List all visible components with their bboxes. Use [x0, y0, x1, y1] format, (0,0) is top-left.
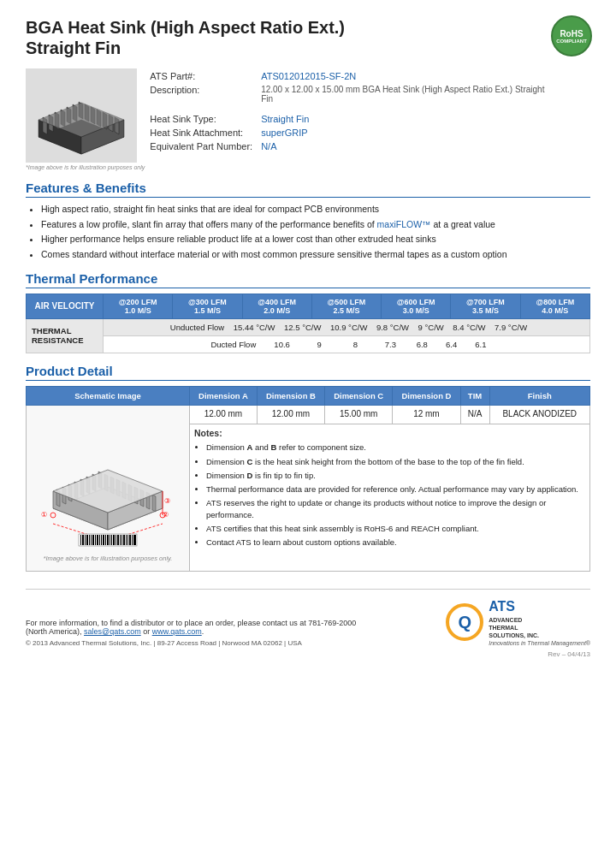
schematic-caption: *Image above is for illustration purpose…	[36, 555, 180, 562]
svg-rect-70	[127, 535, 128, 545]
rohs-compliant: COMPLIANT	[556, 39, 587, 44]
finish-value: BLACK ANODIZED	[489, 405, 589, 424]
description-label: Description:	[146, 84, 256, 104]
type-value: Straight Fin	[258, 113, 548, 125]
footer-content: For more information, to find a distribu…	[26, 598, 590, 647]
part-value: ATS012012015-SF-2N	[258, 70, 548, 82]
lfm600-th: @600 LFM3.0 M/S	[382, 294, 451, 318]
svg-rect-71	[129, 535, 131, 545]
feature-item-2: Features a low profile, slant fin array …	[41, 218, 590, 231]
air-velocity-th: AIR VELOCITY	[27, 294, 104, 318]
product-detail-section-title: Product Detail	[26, 364, 590, 381]
page-title: BGA Heat Sink (High Aspect Ratio Ext.) S…	[26, 17, 590, 58]
dim-d-header: Dimension D	[393, 386, 460, 405]
rohs-badge: RoHS COMPLIANT	[551, 15, 592, 56]
note-7: Contact ATS to learn about custom option…	[206, 537, 585, 548]
maxiflow-link: maxiFLOW™	[377, 219, 431, 229]
type-label: Heat Sink Type:	[146, 113, 256, 125]
schematic-svg: ① ② ③	[36, 414, 180, 549]
thermal-section-title: Thermal Performance	[26, 271, 590, 288]
note-4: Thermal performance data are provided fo…	[206, 483, 585, 495]
svg-text:③: ③	[164, 497, 170, 505]
svg-rect-60	[107, 535, 109, 545]
features-section-title: Features & Benefits	[26, 181, 590, 198]
svg-rect-52	[91, 535, 92, 545]
lfm200-th: @200 LFM1.0 M/S	[104, 294, 173, 318]
svg-text:①: ①	[41, 511, 47, 519]
note-3: Dimension D is fin tip to fin tip.	[206, 470, 585, 481]
product-image-col: *Image above is for illustration purpose…	[26, 68, 145, 170]
footer-email[interactable]: sales@qats.com	[84, 627, 141, 636]
dim-c-value: 15.00 mm	[325, 405, 393, 424]
equiv-value: N/A	[258, 140, 548, 152]
ats-logo-q: Q	[446, 603, 483, 641]
svg-rect-73	[133, 535, 135, 545]
svg-rect-68	[123, 535, 125, 545]
equiv-label: Equivalent Part Number:	[146, 140, 256, 152]
svg-rect-63	[113, 535, 115, 545]
svg-rect-51	[89, 535, 90, 545]
attachment-label: Heat Sink Attachment:	[146, 127, 256, 139]
svg-rect-67	[121, 535, 122, 545]
lfm800-th: @800 LFM4.0 M/S	[520, 294, 589, 318]
svg-rect-64	[116, 535, 116, 545]
svg-rect-54	[95, 535, 96, 545]
thermal-resistance-row-header: THERMAL RESISTANCE	[27, 318, 104, 353]
rev-text: Rev – 04/4/13	[26, 650, 590, 658]
footer-left: For more information, to find a distribu…	[26, 619, 368, 647]
description-value: 12.00 x 12.00 x 15.00 mm BGA Heat Sink (…	[258, 84, 548, 104]
svg-rect-47	[80, 535, 81, 545]
lfm700-th: @700 LFM3.5 M/S	[451, 294, 520, 318]
feature-item-1: High aspect ratio, straight fin heat sin…	[41, 203, 590, 216]
svg-rect-50	[86, 535, 88, 545]
schematic-header: Schematic Image	[27, 386, 190, 405]
svg-rect-49	[85, 535, 86, 545]
notes-list: Dimension A and B refer to component siz…	[206, 442, 585, 548]
image-caption: *Image above is for illustration purpose…	[26, 164, 145, 170]
svg-rect-61	[110, 535, 110, 545]
product-info-row: *Image above is for illustration purpose…	[26, 68, 590, 170]
svg-rect-66	[120, 535, 121, 545]
svg-rect-53	[92, 535, 94, 545]
product-image	[26, 68, 137, 163]
tim-value: N/A	[460, 405, 489, 424]
footer-website[interactable]: www.qats.com	[152, 627, 202, 636]
title-line2: Straight Fin	[26, 39, 121, 57]
dim-c-header: Dimension C	[325, 386, 393, 405]
svg-rect-58	[103, 535, 104, 545]
features-list: High aspect ratio, straight fin heat sin…	[41, 203, 590, 261]
footer-copyright: © 2013 Advanced Thermal Solutions, Inc. …	[26, 639, 368, 647]
note-2: Dimension C is the heat sink height from…	[206, 456, 585, 467]
svg-rect-59	[105, 535, 106, 545]
svg-point-39	[50, 513, 56, 518]
notes-title: Notes:	[194, 428, 585, 438]
lfm300-th: @300 LFM1.5 M/S	[173, 294, 242, 318]
note-1: Dimension A and B refer to component siz…	[206, 442, 585, 453]
note-5: ATS reserves the right to update or chan…	[206, 497, 585, 520]
product-detail-table: Schematic Image Dimension A Dimension B …	[26, 386, 590, 572]
svg-rect-69	[126, 535, 127, 545]
unducted-label-cell: Unducted Flow 15.44 °C/W 12.5 °C/W 10.9 …	[104, 318, 590, 335]
svg-rect-72	[132, 535, 133, 545]
finish-header: Finish	[489, 386, 589, 405]
thermal-performance-table: AIR VELOCITY @200 LFM1.0 M/S @300 LFM1.5…	[26, 294, 590, 353]
notes-cell: Notes: Dimension A and B refer to compon…	[190, 424, 590, 572]
svg-rect-62	[111, 535, 112, 545]
attachment-value: superGRIP	[258, 127, 548, 139]
svg-rect-65	[117, 535, 119, 545]
part-label: ATS Part#:	[146, 70, 256, 82]
lfm500-th: @500 LFM2.5 M/S	[311, 294, 381, 318]
ats-logo-text: ATS ADVANCEDTHERMALSOLUTIONS, INC. Innov…	[489, 598, 590, 647]
footer: For more information, to find a distribu…	[26, 589, 590, 658]
svg-rect-48	[82, 535, 84, 545]
feature-item-3: Higher performance helps ensure reliable…	[41, 233, 590, 246]
svg-rect-74	[135, 535, 136, 545]
ducted-label-cell: Ducted Flow 10.6 9 8 7.3 6.8 6.4 6.1	[104, 335, 590, 353]
svg-marker-36	[152, 495, 156, 512]
ats-logo: Q ATS ADVANCEDTHERMALSOLUTIONS, INC. Inn…	[446, 598, 590, 647]
footer-contact: For more information, to find a distribu…	[26, 619, 368, 636]
svg-rect-57	[101, 535, 102, 545]
schematic-image-cell: ① ② ③	[27, 405, 190, 571]
product-details-table: ATS Part#: ATS012012015-SF-2N Descriptio…	[145, 68, 550, 154]
dim-d-value: 12 mm	[393, 405, 460, 424]
